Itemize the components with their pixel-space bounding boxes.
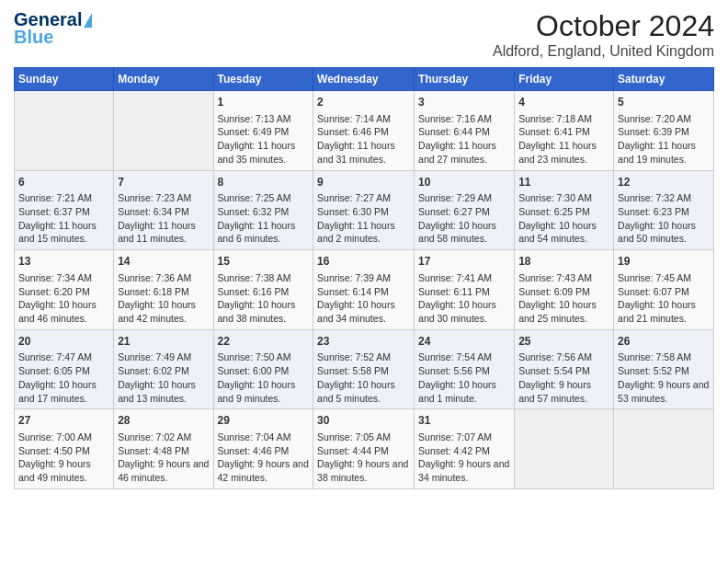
sunset-text: Sunset: 6:07 PM (618, 285, 710, 299)
sunrise-text: Sunrise: 7:41 AM (418, 271, 510, 285)
day-number: 31 (418, 413, 510, 429)
day-number: 1 (218, 95, 310, 110)
daylight-text: Daylight: 10 hours and 17 minutes. (18, 378, 109, 405)
daylight-text: Daylight: 10 hours and 13 minutes. (118, 378, 209, 405)
logo-blue: Blue (14, 27, 53, 48)
day-number: 10 (418, 175, 510, 190)
day-number: 14 (118, 254, 209, 270)
sunset-text: Sunset: 6:05 PM (18, 364, 109, 378)
daylight-text: Daylight: 9 hours and 53 minutes. (618, 378, 710, 405)
sunset-text: Sunset: 6:02 PM (118, 364, 209, 378)
sunrise-text: Sunrise: 7:43 AM (518, 271, 609, 285)
location: Aldford, England, United Kingdom (493, 43, 714, 60)
daylight-text: Daylight: 9 hours and 42 minutes. (218, 457, 310, 484)
daylight-text: Daylight: 10 hours and 21 minutes. (618, 298, 710, 325)
daylight-text: Daylight: 10 hours and 58 minutes. (418, 219, 510, 246)
day-number: 22 (218, 334, 310, 350)
sunrise-text: Sunrise: 7:52 AM (317, 350, 410, 364)
sunrise-text: Sunrise: 7:38 AM (218, 271, 310, 285)
sunrise-text: Sunrise: 7:49 AM (118, 350, 209, 364)
cell-3-7: 19Sunrise: 7:45 AMSunset: 6:07 PMDayligh… (614, 250, 714, 330)
day-number: 30 (317, 413, 410, 429)
cell-3-4: 16Sunrise: 7:39 AMSunset: 6:14 PMDayligh… (313, 250, 415, 330)
sunrise-text: Sunrise: 7:18 AM (518, 112, 609, 126)
sunset-text: Sunset: 4:48 PM (118, 444, 209, 458)
month-title: October 2024 (493, 9, 714, 43)
logo: General Blue (14, 9, 92, 48)
logo-triangle-icon (84, 13, 92, 28)
cell-1-5: 3Sunrise: 7:16 AMSunset: 6:44 PMDaylight… (415, 91, 515, 171)
day-number: 29 (218, 413, 310, 429)
sunrise-text: Sunrise: 7:45 AM (618, 271, 710, 285)
day-number: 12 (618, 175, 710, 190)
cell-4-2: 21Sunrise: 7:49 AMSunset: 6:02 PMDayligh… (114, 329, 213, 409)
daylight-text: Daylight: 10 hours and 30 minutes. (418, 298, 510, 325)
sunset-text: Sunset: 6:27 PM (418, 205, 510, 219)
cell-2-2: 7Sunrise: 7:23 AMSunset: 6:34 PMDaylight… (114, 170, 213, 250)
day-number: 21 (118, 334, 209, 350)
daylight-text: Daylight: 10 hours and 54 minutes. (518, 219, 609, 246)
sunrise-text: Sunrise: 7:13 AM (218, 112, 310, 126)
daylight-text: Daylight: 11 hours and 11 minutes. (118, 219, 209, 246)
sunset-text: Sunset: 6:39 PM (618, 125, 710, 139)
daylight-text: Daylight: 9 hours and 38 minutes. (317, 457, 410, 484)
sunset-text: Sunset: 6:41 PM (518, 125, 609, 139)
day-number: 17 (418, 254, 510, 270)
daylight-text: Daylight: 11 hours and 31 minutes. (317, 139, 410, 166)
header: General Blue October 2024 Aldford, Engla… (14, 9, 714, 60)
col-wednesday: Wednesday (313, 68, 415, 91)
sunset-text: Sunset: 6:32 PM (218, 205, 310, 219)
daylight-text: Daylight: 9 hours and 46 minutes. (118, 457, 209, 484)
daylight-text: Daylight: 11 hours and 23 minutes. (518, 139, 609, 166)
daylight-text: Daylight: 11 hours and 35 minutes. (218, 139, 310, 166)
day-number: 2 (317, 95, 410, 110)
sunset-text: Sunset: 6:18 PM (118, 285, 209, 299)
cell-5-1: 27Sunrise: 7:00 AMSunset: 4:50 PMDayligh… (15, 409, 114, 489)
cell-3-2: 14Sunrise: 7:36 AMSunset: 6:18 PMDayligh… (114, 250, 213, 330)
sunset-text: Sunset: 4:50 PM (18, 444, 109, 458)
calendar-table: Sunday Monday Tuesday Wednesday Thursday… (14, 67, 714, 489)
sunset-text: Sunset: 6:11 PM (418, 285, 510, 299)
daylight-text: Daylight: 10 hours and 9 minutes. (218, 378, 310, 405)
day-number: 5 (618, 95, 710, 110)
sunset-text: Sunset: 6:23 PM (618, 205, 710, 219)
daylight-text: Daylight: 10 hours and 50 minutes. (618, 219, 710, 246)
day-number: 19 (618, 254, 710, 270)
day-number: 11 (518, 175, 609, 190)
sunset-text: Sunset: 6:16 PM (218, 285, 310, 299)
sunrise-text: Sunrise: 7:07 AM (418, 431, 510, 444)
day-number: 27 (18, 413, 109, 429)
daylight-text: Daylight: 9 hours and 49 minutes. (18, 457, 109, 484)
day-number: 18 (518, 254, 609, 270)
day-number: 7 (118, 175, 209, 190)
cell-3-5: 17Sunrise: 7:41 AMSunset: 6:11 PMDayligh… (415, 250, 515, 330)
col-tuesday: Tuesday (213, 68, 313, 91)
cell-2-5: 10Sunrise: 7:29 AMSunset: 6:27 PMDayligh… (415, 170, 515, 250)
sunset-text: Sunset: 4:46 PM (218, 444, 310, 458)
cell-1-7: 5Sunrise: 7:20 AMSunset: 6:39 PMDaylight… (614, 91, 714, 171)
cell-2-4: 9Sunrise: 7:27 AMSunset: 6:30 PMDaylight… (313, 170, 415, 250)
sunrise-text: Sunrise: 7:30 AM (518, 191, 609, 205)
daylight-text: Daylight: 11 hours and 6 minutes. (218, 219, 310, 246)
cell-4-7: 26Sunrise: 7:58 AMSunset: 5:52 PMDayligh… (614, 329, 714, 409)
day-number: 16 (317, 254, 410, 270)
day-number: 20 (18, 334, 109, 350)
cell-4-4: 23Sunrise: 7:52 AMSunset: 5:58 PMDayligh… (313, 329, 415, 409)
cell-2-1: 6Sunrise: 7:21 AMSunset: 6:37 PMDaylight… (15, 170, 114, 250)
day-number: 3 (418, 95, 510, 110)
sunrise-text: Sunrise: 7:47 AM (18, 350, 109, 364)
cell-5-7 (614, 409, 714, 489)
sunset-text: Sunset: 6:00 PM (218, 364, 310, 378)
cell-5-6 (515, 409, 614, 489)
day-number: 28 (118, 413, 209, 429)
col-friday: Friday (515, 68, 614, 91)
daylight-text: Daylight: 10 hours and 1 minute. (418, 378, 510, 405)
sunset-text: Sunset: 6:25 PM (518, 205, 609, 219)
sunrise-text: Sunrise: 7:32 AM (618, 191, 710, 205)
col-saturday: Saturday (614, 68, 714, 91)
sunset-text: Sunset: 6:44 PM (418, 125, 510, 139)
daylight-text: Daylight: 10 hours and 25 minutes. (518, 298, 609, 325)
cell-1-2 (114, 91, 213, 171)
sunset-text: Sunset: 4:42 PM (418, 444, 510, 458)
sunset-text: Sunset: 6:09 PM (518, 285, 609, 299)
